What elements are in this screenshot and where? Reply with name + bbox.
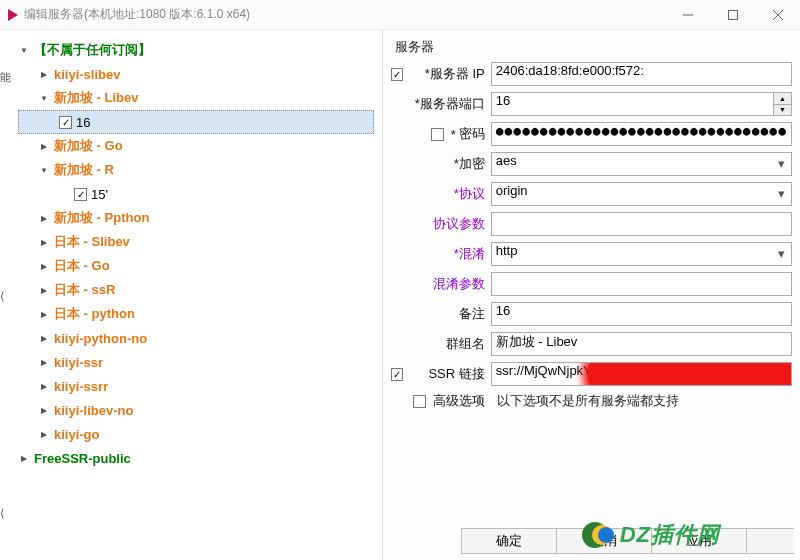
expand-icon[interactable] bbox=[38, 164, 50, 176]
expand-icon[interactable] bbox=[18, 452, 30, 464]
groupname-label: 群组名 bbox=[409, 335, 491, 353]
adv-label: 高级选项 bbox=[409, 392, 491, 410]
spin-up-icon[interactable]: ▲ bbox=[774, 93, 791, 105]
group-title: 服务器 bbox=[391, 38, 792, 56]
ssr-checkbox[interactable] bbox=[391, 368, 403, 381]
ssr-link-input[interactable]: ssr://MjQwNjpkYT bbox=[491, 362, 792, 386]
tree-label: 【不属于任何订阅】 bbox=[34, 41, 151, 59]
ssr-link-text: ssr://MjQwNjpkYT bbox=[496, 363, 600, 378]
port-input[interactable]: 16 bbox=[491, 92, 774, 116]
tree-node[interactable]: 日本 - Slibev bbox=[18, 230, 382, 254]
redacted-overlay bbox=[588, 362, 792, 386]
tree-node[interactable]: 新加坡 - Ppthon bbox=[18, 206, 382, 230]
server-form: *服务器 IP 2406:da18:8fd:e000:f572: *服务器端口 … bbox=[391, 62, 792, 560]
tree-label: FreeSSR-public bbox=[34, 451, 131, 466]
proto-param-input[interactable] bbox=[491, 212, 792, 236]
tree-node[interactable]: FreeSSR-public bbox=[18, 446, 382, 470]
checkbox-icon[interactable] bbox=[74, 188, 87, 201]
edge-char: ⟨ bbox=[0, 507, 8, 520]
edge-char: 能 bbox=[0, 70, 8, 85]
tree-label: 日本 - python bbox=[54, 305, 135, 323]
maximize-button[interactable] bbox=[710, 0, 755, 30]
expand-icon[interactable] bbox=[38, 260, 50, 272]
obfs-param-input[interactable] bbox=[491, 272, 792, 296]
tree-label: 15' bbox=[91, 187, 108, 202]
server-tree-pane: 能 ⟨ ⟨ 【不属于任何订阅】 kiiyi-slibev 新加坡 - Libev… bbox=[0, 30, 383, 560]
groupname-input[interactable]: 新加坡 - Libev bbox=[491, 332, 792, 356]
expand-icon[interactable] bbox=[38, 308, 50, 320]
tree-label: 新加坡 - Libev bbox=[54, 89, 139, 107]
expand-icon[interactable] bbox=[38, 212, 50, 224]
tree-node[interactable]: 日本 - python bbox=[18, 302, 382, 326]
row-encryption: *加密 aes bbox=[391, 152, 792, 176]
window-controls bbox=[665, 0, 800, 30]
tree-label: 日本 - ssR bbox=[54, 281, 115, 299]
tree-node[interactable]: 日本 - ssR bbox=[18, 278, 382, 302]
tree-node[interactable]: kiiyi-python-no bbox=[18, 326, 382, 350]
minimize-button[interactable] bbox=[665, 0, 710, 30]
content: 能 ⟨ ⟨ 【不属于任何订阅】 kiiyi-slibev 新加坡 - Libev… bbox=[0, 30, 800, 560]
protocol-select[interactable]: origin bbox=[491, 182, 792, 206]
titlebar: 编辑服务器(本机地址:1080 版本:6.1.0 x64) bbox=[0, 0, 800, 30]
expand-icon[interactable] bbox=[38, 356, 50, 368]
app-icon bbox=[8, 9, 18, 21]
obfs-select[interactable]: http bbox=[491, 242, 792, 266]
tree-node[interactable]: kiiyi-ssrr bbox=[18, 374, 382, 398]
left-edge-markers: 能 ⟨ ⟨ bbox=[0, 30, 8, 560]
expand-icon[interactable] bbox=[38, 428, 50, 440]
adv-checkbox[interactable] bbox=[413, 395, 426, 408]
server-form-pane: 服务器 *服务器 IP 2406:da18:8fd:e000:f572: *服务… bbox=[383, 30, 800, 560]
row-password: *密码 ●●●●●●●●●●●●●●●●●●●●●●●●●●●●●●●●● bbox=[391, 122, 792, 146]
password-input[interactable]: ●●●●●●●●●●●●●●●●●●●●●●●●●●●●●●●●● bbox=[491, 122, 792, 146]
tree-root[interactable]: 【不属于任何订阅】 bbox=[18, 38, 382, 62]
row-proto-param: 协议参数 bbox=[391, 212, 792, 236]
encryption-select[interactable]: aes bbox=[491, 152, 792, 176]
close-button[interactable] bbox=[755, 0, 800, 30]
pw-show-checkbox[interactable] bbox=[431, 128, 444, 141]
expand-icon[interactable] bbox=[38, 332, 50, 344]
expand-icon[interactable] bbox=[38, 68, 50, 80]
tree-node[interactable]: 新加坡 - Go bbox=[18, 134, 382, 158]
apply-button[interactable]: 应用 bbox=[651, 528, 747, 554]
row-obfs: *混淆 http bbox=[391, 242, 792, 266]
port-spinner[interactable]: ▲▼ bbox=[774, 92, 792, 116]
button-bar: 确定 取消 应用 bbox=[389, 528, 794, 554]
server-tree[interactable]: 【不属于任何订阅】 kiiyi-slibev 新加坡 - Libev 16 新加… bbox=[0, 38, 382, 470]
tree-node[interactable]: kiiyi-libev-no bbox=[18, 398, 382, 422]
tree-label: kiiyi-ssr bbox=[54, 355, 103, 370]
expand-icon[interactable] bbox=[38, 284, 50, 296]
spin-down-icon[interactable]: ▼ bbox=[774, 105, 791, 116]
enc-label: *加密 bbox=[409, 155, 491, 173]
tree-node[interactable]: kiiyi-slibev bbox=[18, 62, 382, 86]
row-obfs-param: 混淆参数 bbox=[391, 272, 792, 296]
expand-icon[interactable] bbox=[38, 380, 50, 392]
tree-node[interactable]: 新加坡 - Libev bbox=[18, 86, 382, 110]
tree-node[interactable]: kiiyi-go bbox=[18, 422, 382, 446]
port-label: *服务器端口 bbox=[409, 95, 491, 113]
expand-icon[interactable] bbox=[38, 140, 50, 152]
checkbox-icon[interactable] bbox=[59, 116, 72, 129]
tree-label: 新加坡 - Go bbox=[54, 137, 123, 155]
tree-node[interactable]: 新加坡 - R bbox=[18, 158, 382, 182]
pw-label: *密码 bbox=[409, 125, 491, 143]
svg-rect-1 bbox=[728, 10, 737, 19]
remark-label: 备注 bbox=[409, 305, 491, 323]
extra-button[interactable] bbox=[746, 528, 794, 554]
tree-leaf-selected[interactable]: 16 bbox=[18, 110, 374, 134]
expand-icon[interactable] bbox=[38, 92, 50, 104]
ip-checkbox[interactable] bbox=[391, 68, 403, 81]
remark-input[interactable]: 16 bbox=[491, 302, 792, 326]
ip-input[interactable]: 2406:da18:8fd:e000:f572: bbox=[491, 62, 792, 86]
tree-label: kiiyi-go bbox=[54, 427, 100, 442]
row-ssr-link: SSR 链接 ssr://MjQwNjpkYT bbox=[391, 362, 792, 386]
ok-button[interactable]: 确定 bbox=[461, 528, 557, 554]
tree-node[interactable]: kiiyi-ssr bbox=[18, 350, 382, 374]
cancel-button[interactable]: 取消 bbox=[556, 528, 652, 554]
expand-icon[interactable] bbox=[38, 404, 50, 416]
tree-node[interactable]: 日本 - Go bbox=[18, 254, 382, 278]
tree-leaf[interactable]: 15' bbox=[18, 182, 382, 206]
obfs-label: *混淆 bbox=[409, 245, 491, 263]
expand-icon[interactable] bbox=[18, 44, 30, 56]
obfs-param-label: 混淆参数 bbox=[409, 275, 491, 293]
expand-icon[interactable] bbox=[38, 236, 50, 248]
